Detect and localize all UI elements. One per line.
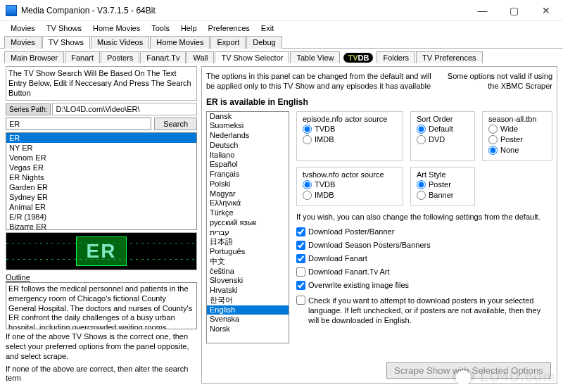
subtab-main-browser[interactable]: Main Browser — [4, 51, 64, 63]
language-item[interactable]: Hrvatski — [207, 286, 289, 296]
result-item[interactable]: ER — [6, 133, 196, 143]
result-item[interactable]: NY ER — [6, 143, 196, 153]
radio-label: DVD — [429, 135, 445, 144]
language-item[interactable]: 中文 — [207, 257, 289, 267]
radio-art-style-banner[interactable]: Banner — [417, 191, 469, 200]
tab-movies[interactable]: Movies — [4, 36, 42, 49]
radio-season-all-wide[interactable]: Wide — [488, 125, 546, 134]
checkbox-input[interactable] — [296, 254, 305, 263]
tab-tv-shows[interactable]: TV Shows — [42, 36, 90, 49]
radio-season-all-poster[interactable]: Poster — [488, 135, 546, 144]
language-item[interactable]: Polski — [207, 179, 289, 189]
search-button[interactable]: Search — [154, 118, 197, 130]
language-item[interactable]: Suomeksi — [207, 121, 289, 131]
language-item[interactable]: Português — [207, 247, 289, 257]
language-item[interactable]: Magyar — [207, 189, 289, 199]
search-input[interactable] — [6, 118, 151, 130]
scrape-button[interactable]: Scrape Show with Selected Options — [386, 362, 551, 379]
radio-input[interactable] — [488, 125, 498, 134]
language-item[interactable]: English — [207, 305, 289, 315]
radio-sort-order-dvd[interactable]: DVD — [417, 135, 469, 144]
result-item[interactable]: E/R (1984) — [6, 212, 196, 222]
tab-export[interactable]: Export — [210, 36, 246, 49]
language-item[interactable]: Nederlands — [207, 131, 289, 141]
checkbox-input[interactable] — [296, 227, 305, 236]
language-item[interactable]: 한국어 — [207, 296, 289, 305]
subtab-tv-preferences[interactable]: TV Preferences — [416, 51, 482, 63]
radio-season-all-none[interactable]: None — [488, 146, 546, 155]
tab-music-videos[interactable]: Music Videos — [91, 36, 149, 49]
radio-input[interactable] — [488, 146, 498, 155]
subtab-folders[interactable]: Folders — [377, 51, 415, 63]
language-listbox[interactable]: DanskSuomeksiNederlandsDeutschItalianoEs… — [206, 111, 289, 343]
subtab-posters[interactable]: Posters — [101, 51, 139, 63]
language-item[interactable]: Deutsch — [207, 141, 289, 151]
subtab-wall[interactable]: Wall — [186, 51, 214, 63]
language-item[interactable]: Ελληνικά — [207, 198, 289, 208]
radio-label: Poster — [429, 180, 451, 189]
radio-input[interactable] — [417, 125, 426, 134]
checkbox-input[interactable] — [296, 241, 305, 250]
result-item[interactable]: Bizarre ER — [6, 222, 196, 230]
menu-item-exit[interactable]: Exit — [256, 23, 279, 34]
checkbox-download-season-posters-banners[interactable]: Download Season Posters/Banners — [296, 241, 437, 250]
checkbox-overwrite-existing-image-files[interactable]: Overwrite existing image files — [296, 281, 437, 290]
radio-tvshow-source-tvdb[interactable]: TVDB — [303, 180, 397, 189]
checkbox-input[interactable] — [296, 281, 305, 290]
language-item[interactable]: Français — [207, 170, 289, 179]
language-item[interactable]: עברית — [207, 228, 289, 238]
radio-input[interactable] — [303, 191, 312, 200]
result-item[interactable]: Vegas ER — [6, 163, 196, 172]
radio-episode-source-tvdb[interactable]: TVDB — [303, 125, 397, 134]
menu-item-home-movies[interactable]: Home Movies — [88, 23, 145, 34]
radio-input[interactable] — [417, 191, 426, 200]
radio-episode-source-imdb[interactable]: IMDB — [303, 135, 397, 144]
close-button[interactable]: ✕ — [530, 1, 562, 20]
checkbox-download-poster-banner[interactable]: Download Poster/Banner — [296, 227, 437, 236]
radio-input[interactable] — [417, 135, 426, 144]
language-item[interactable]: Dansk — [207, 112, 289, 122]
menu-item-movies[interactable]: Movies — [6, 23, 40, 34]
language-item[interactable]: Slovenski — [207, 276, 289, 286]
result-item[interactable]: Venom ER — [6, 153, 196, 163]
maximize-button[interactable]: ▢ — [498, 1, 530, 20]
menu-item-help[interactable]: Help — [176, 23, 202, 34]
language-item[interactable]: Español — [207, 160, 289, 170]
result-item[interactable]: Animal ER — [6, 202, 196, 212]
radio-art-style-poster[interactable]: Poster — [417, 180, 469, 189]
language-item[interactable]: Italiano — [207, 151, 289, 160]
radio-sort-order-default[interactable]: Default — [417, 125, 469, 134]
lang-posters-checkbox[interactable] — [296, 296, 305, 305]
language-item[interactable]: čeština — [207, 267, 289, 277]
radio-tvshow-source-imdb[interactable]: IMDB — [303, 191, 397, 200]
language-item[interactable]: Türkçe — [207, 208, 289, 218]
result-item[interactable]: ER Nights — [6, 172, 196, 182]
tab-debug[interactable]: Debug — [246, 36, 282, 49]
language-item[interactable]: Norsk — [207, 324, 289, 334]
tab-home-movies[interactable]: Home Movies — [150, 36, 210, 49]
result-item[interactable]: Garden ER — [6, 182, 196, 192]
checkbox-download-fanart[interactable]: Download Fanart — [296, 254, 437, 263]
language-item[interactable]: 日本語 — [207, 237, 289, 247]
radio-input[interactable] — [303, 125, 312, 134]
results-listbox[interactable]: ERNY ERVenom ERVegas ERER NightsGarden E… — [6, 132, 197, 230]
radio-input[interactable] — [488, 135, 498, 144]
radio-input[interactable] — [303, 135, 312, 144]
radio-input[interactable] — [303, 180, 312, 189]
language-item[interactable]: русский язык — [207, 218, 289, 228]
menu-item-tv-shows[interactable]: TV Shows — [42, 23, 87, 34]
menu-item-tools[interactable]: Tools — [146, 23, 175, 34]
checkbox-download-fanart-tv-art[interactable]: Download Fanart.Tv Art — [296, 267, 437, 277]
language-item[interactable]: Svenska — [207, 315, 289, 324]
options-note: Some options not valid if using the XBMC… — [440, 71, 552, 91]
result-item[interactable]: Sydney ER — [6, 192, 196, 202]
tvdb-icon[interactable]: TVDB — [343, 53, 373, 63]
subtab-table-view[interactable]: Table View — [290, 51, 340, 63]
menu-item-preferences[interactable]: Preferences — [203, 23, 255, 34]
subtab-tv-show-selector[interactable]: TV Show Selector — [215, 51, 289, 63]
checkbox-input[interactable] — [296, 267, 305, 277]
subtab-fanart[interactable]: Fanart — [65, 51, 100, 63]
radio-input[interactable] — [417, 180, 426, 189]
subtab-fanart-tv[interactable]: Fanart.Tv — [140, 51, 186, 63]
minimize-button[interactable]: — — [467, 1, 498, 20]
